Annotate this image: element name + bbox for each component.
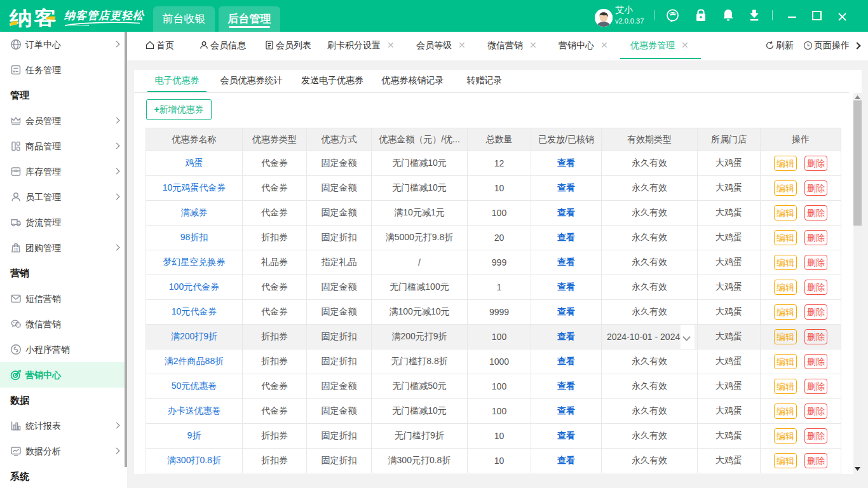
svg-text:团: 团	[14, 248, 18, 252]
